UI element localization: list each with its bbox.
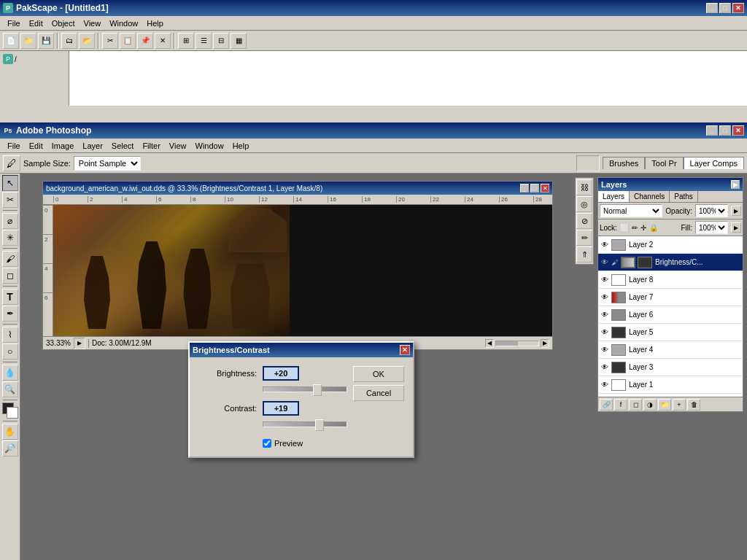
- contrast-input[interactable]: [263, 401, 299, 416]
- folder-button[interactable]: 🗂: [61, 33, 77, 49]
- layer-link-button[interactable]: 🔗: [600, 399, 613, 411]
- layer-visibility-icon[interactable]: 👁: [600, 275, 610, 285]
- ps-menu-filter[interactable]: Filter: [138, 140, 164, 152]
- layer-visibility-icon[interactable]: 👁: [600, 257, 610, 268]
- layer-visibility-icon[interactable]: 👁: [600, 380, 610, 390]
- lock-position-icon[interactable]: ✛: [640, 224, 646, 232]
- layer-visibility-icon[interactable]: 👁: [600, 292, 610, 303]
- tab-paths[interactable]: Paths: [670, 191, 698, 202]
- delete-button[interactable]: ✕: [155, 33, 171, 49]
- contrast-slider-track[interactable]: [263, 421, 347, 427]
- color-swatches[interactable]: [2, 402, 18, 419]
- scroll-left-button[interactable]: ◀: [485, 339, 494, 348]
- tab-tool-presets[interactable]: Tool Pr: [645, 157, 683, 169]
- scrollbar-thumb[interactable]: [496, 341, 518, 346]
- img-close[interactable]: ✕: [541, 184, 549, 192]
- menu-edit[interactable]: Edit: [25, 18, 47, 29]
- layers-menu-button[interactable]: ▶: [731, 180, 740, 189]
- layer-group-button[interactable]: 📁: [658, 399, 671, 411]
- layer-visibility-icon[interactable]: 👁: [600, 327, 610, 338]
- magic-wand-tool[interactable]: ✳: [2, 230, 18, 246]
- layer-visibility-icon[interactable]: 👁: [600, 362, 610, 373]
- menu-object[interactable]: Object: [47, 18, 80, 29]
- ps-menu-image[interactable]: Image: [47, 140, 79, 152]
- crop-tool[interactable]: ✂: [2, 192, 18, 208]
- tab-channels[interactable]: Channels: [630, 191, 670, 202]
- blend-mode-select[interactable]: Normal: [600, 204, 662, 217]
- eyedropper-tool2[interactable]: 💧: [2, 365, 18, 381]
- lasso-tool[interactable]: ⌀: [2, 213, 18, 229]
- eraser-tool[interactable]: ◻: [2, 268, 18, 284]
- open-button[interactable]: 📁: [20, 33, 36, 49]
- brush-tool[interactable]: 🖌: [2, 251, 18, 267]
- menu-view[interactable]: View: [80, 18, 106, 29]
- lock-transparent-icon[interactable]: ⬜: [620, 224, 629, 232]
- img-minimize[interactable]: _: [520, 184, 529, 192]
- menu-file[interactable]: File: [3, 18, 25, 29]
- view2-button[interactable]: ☰: [196, 33, 212, 49]
- tab-layers[interactable]: Layers: [598, 191, 630, 202]
- smudge-tool[interactable]: ⌇: [2, 327, 18, 343]
- layer-adjustment-button[interactable]: ◑: [643, 399, 657, 411]
- preview-checkbox[interactable]: [263, 439, 271, 448]
- brightness-slider-thumb[interactable]: [313, 384, 322, 396]
- hand-tool[interactable]: ✋: [2, 424, 18, 440]
- layer-style-button[interactable]: f: [614, 399, 627, 411]
- scroll-right-button[interactable]: ▶: [541, 339, 549, 348]
- ps-menu-select[interactable]: Select: [107, 140, 139, 152]
- ps-menu-file[interactable]: File: [3, 140, 25, 152]
- sample-size-select[interactable]: Point Sample: [74, 156, 141, 171]
- zoom-tool[interactable]: 🔍: [2, 381, 18, 397]
- layer-visibility-icon[interactable]: 👁: [600, 240, 610, 250]
- cancel-button[interactable]: Cancel: [353, 385, 404, 401]
- menu-help[interactable]: Help: [142, 18, 168, 29]
- bc-close-button[interactable]: ✕: [400, 345, 410, 355]
- text-tool[interactable]: T: [2, 289, 18, 305]
- circle-tool[interactable]: ◎: [576, 196, 592, 212]
- layer-item[interactable]: 👁 Layer 1: [598, 376, 743, 394]
- paste-button[interactable]: 📌: [137, 33, 153, 49]
- opacity-select[interactable]: 100%: [695, 204, 728, 217]
- close-button[interactable]: ✕: [732, 3, 744, 13]
- pen-tool[interactable]: ✒: [2, 306, 18, 322]
- layer-delete-button[interactable]: 🗑: [687, 399, 700, 411]
- brightness-input[interactable]: [263, 366, 299, 381]
- maximize-button[interactable]: □: [719, 3, 731, 13]
- layer-item[interactable]: 👁 Layer 5: [598, 324, 743, 341]
- layer-item[interactable]: 👁 Layer 3: [598, 359, 743, 376]
- horizontal-scrollbar[interactable]: [495, 341, 539, 346]
- copy-button[interactable]: 📋: [120, 33, 136, 49]
- ps-maximize-button[interactable]: □: [719, 125, 731, 136]
- minimize-button[interactable]: _: [706, 3, 718, 13]
- layer-item[interactable]: 👁 Layer 4: [598, 341, 743, 359]
- tab-brushes[interactable]: Brushes: [603, 157, 645, 169]
- background-color[interactable]: [7, 407, 18, 419]
- ps-close-button[interactable]: ✕: [732, 125, 744, 136]
- layer-visibility-icon[interactable]: 👁: [600, 345, 610, 355]
- fill-arrow[interactable]: ▶: [731, 222, 741, 233]
- lock-all-icon[interactable]: 🔒: [649, 224, 658, 232]
- opacity-arrow[interactable]: ▶: [731, 206, 741, 216]
- selection-tool[interactable]: ↖: [2, 175, 18, 191]
- layer-visibility-icon[interactable]: 👁: [600, 310, 610, 320]
- ps-minimize-button[interactable]: _: [706, 125, 718, 136]
- menu-window[interactable]: Window: [105, 18, 142, 29]
- ps-menu-view[interactable]: View: [165, 140, 191, 152]
- lock-image-icon[interactable]: ✏: [632, 224, 638, 232]
- layer-item[interactable]: 👁 Layer 2: [598, 236, 743, 254]
- view3-button[interactable]: ⊟: [213, 33, 229, 49]
- layer-new-button[interactable]: +: [673, 399, 686, 411]
- layer-item[interactable]: 👁 Layer 6: [598, 306, 743, 324]
- ps-menu-edit[interactable]: Edit: [25, 140, 47, 152]
- dodge-tool[interactable]: ○: [2, 343, 18, 359]
- pencil2-tool[interactable]: ✏: [576, 230, 592, 246]
- ps-menu-window[interactable]: Window: [191, 140, 228, 152]
- layer-item[interactable]: 👁 🖌 Brightness/C...: [598, 254, 743, 271]
- layer-item[interactable]: 👁 Layer 7: [598, 289, 743, 306]
- ps-menu-help[interactable]: Help: [228, 140, 254, 152]
- new-button[interactable]: 📄: [3, 33, 19, 49]
- ok-button[interactable]: OK: [353, 366, 404, 382]
- view4-button[interactable]: ▦: [231, 33, 247, 49]
- slash-tool[interactable]: ⊘: [576, 213, 592, 229]
- fill-select[interactable]: 100%: [695, 221, 728, 234]
